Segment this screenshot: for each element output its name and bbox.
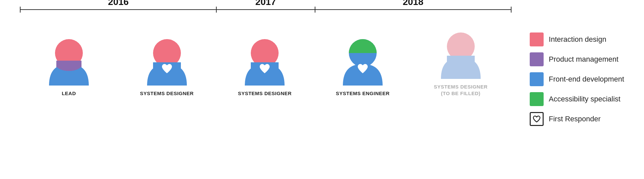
legend-item-interaction-design: Interaction design [530, 32, 624, 46]
legend-item-first-responder: First Responder [530, 112, 624, 126]
person-figure-sys-engineer [340, 29, 386, 86]
person-sys-designer-1: SYSTEMS DESIGNER [118, 29, 216, 97]
legend: Interaction design Product management Fr… [516, 29, 624, 126]
person-label-lead: LEAD [62, 90, 76, 97]
person-sys-engineer: SYSTEMS ENGINEER [314, 29, 412, 97]
person-label-sys-designer-unfilled: SYSTEMS DESIGNER(TO BE FILLED) [434, 84, 488, 96]
people-section: LEAD SYSTEMS DESIGNER [20, 23, 624, 126]
timeline-line-2018 [315, 9, 511, 10]
timeline-segment-2017: 2017 [217, 9, 314, 10]
legend-label-accessibility-specialist: Accessibility specialist [549, 95, 620, 103]
timeline-bar: 2016 2017 2018 [20, 7, 511, 13]
timeline-line-2016 [21, 9, 216, 10]
legend-swatch-interaction-design [530, 32, 544, 46]
timeline-segment-2016: 2016 [21, 9, 216, 10]
legend-label-interaction-design: Interaction design [549, 35, 607, 44]
legend-item-accessibility-specialist: Accessibility specialist [530, 92, 624, 106]
person-sys-designer-2: SYSTEMS DESIGNER [216, 29, 314, 97]
timeline-line-2017 [217, 9, 314, 10]
svg-rect-9 [447, 56, 475, 62]
person-label-sys-designer-2: SYSTEMS DESIGNER [238, 90, 292, 97]
year-label-2016: 2016 [108, 0, 129, 7]
svg-rect-2 [56, 61, 81, 67]
person-label-sys-designer-1: SYSTEMS DESIGNER [140, 90, 193, 97]
person-figure-lead [46, 29, 92, 86]
legend-swatch-product-management [530, 52, 544, 66]
tick-end [511, 7, 511, 13]
person-label-sys-engineer: SYSTEMS ENGINEER [336, 90, 390, 97]
timeline: 2016 2017 2018 [20, 7, 624, 13]
legend-swatch-accessibility-specialist [530, 92, 544, 106]
heart-icon-legend [533, 115, 541, 123]
main-container: 2016 2017 2018 [0, 0, 644, 179]
people-row: LEAD SYSTEMS DESIGNER [20, 23, 516, 96]
person-figure-sys-designer-unfilled [438, 23, 484, 79]
legend-label-product-management: Product management [549, 55, 618, 64]
legend-item-product-management: Product management [530, 52, 624, 66]
person-sys-designer-unfilled: SYSTEMS DESIGNER(TO BE FILLED) [412, 23, 510, 96]
person-lead: LEAD [20, 29, 118, 97]
legend-item-front-end-development: Front-end development [530, 72, 624, 86]
legend-label-first-responder: First Responder [549, 115, 601, 123]
person-figure-sys-designer-2 [242, 29, 288, 86]
timeline-segment-2018: 2018 [315, 9, 511, 10]
year-label-2018: 2018 [403, 0, 423, 7]
legend-label-front-end-development: Front-end development [549, 75, 624, 84]
year-label-2017: 2017 [255, 0, 276, 7]
legend-swatch-front-end-development [530, 72, 544, 86]
legend-swatch-first-responder [530, 112, 544, 126]
person-figure-sys-designer-1 [144, 29, 190, 86]
